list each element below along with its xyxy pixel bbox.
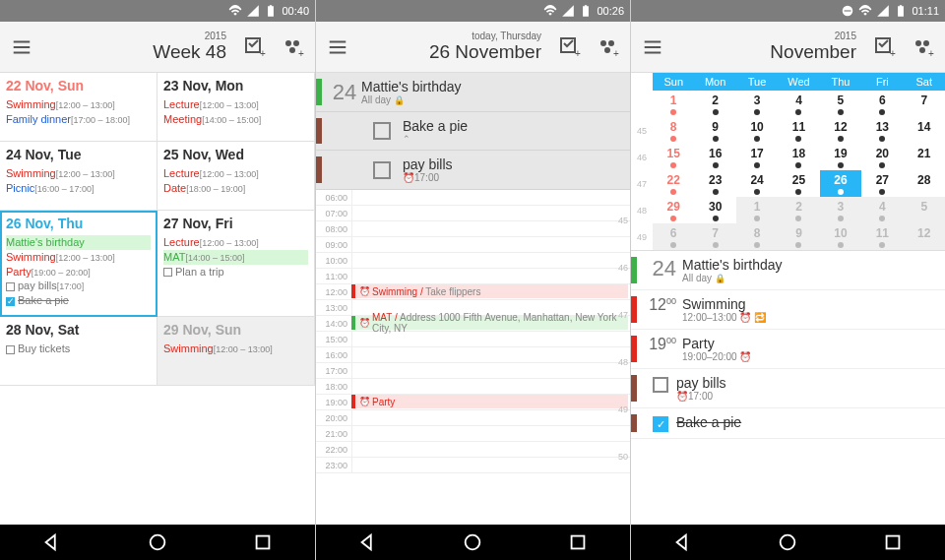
month-day-cell[interactable]: 12 [820,117,861,144]
hour-row[interactable]: 15:00 [316,332,630,347]
month-day-cell[interactable]: 12 [904,223,945,250]
month-day-cell[interactable]: 10 [820,223,861,250]
month-day-cell[interactable]: 29 [653,197,694,223]
month-day-cell[interactable]: 4 [778,91,819,117]
event-item[interactable]: Family dinner[17:00 – 18:00] [6,112,151,127]
month-day-cell[interactable]: 2 [778,197,819,223]
timed-event[interactable]: ⏰Swimming / Take flippers [351,284,628,298]
month-day-cell[interactable]: 21 [904,144,945,170]
week-day-cell[interactable]: 22 Nov, SunSwimming[12:00 – 13:00]Family… [0,73,158,142]
month-day-cell[interactable]: 20 [861,144,903,170]
menu-icon[interactable] [8,33,35,61]
event-item[interactable]: pay bills[17:00] [6,279,151,293]
allday-event[interactable]: 24 Mattie's birthday All day 🔒 [316,73,630,112]
event-item[interactable]: Swimming[12:00 – 13:00] [6,250,151,265]
agenda-task[interactable]: ✓Bake a pie [631,408,945,439]
event-item[interactable]: Swimming[12:00 – 13:00] [6,97,151,112]
hour-row[interactable]: 17:00 [316,363,630,379]
event-item[interactable]: MAT[14:00 – 15:00] [163,250,308,265]
task-row[interactable]: Bake a pie⌃ [316,112,630,151]
month-day-cell[interactable]: 16 [694,144,735,170]
event-item[interactable]: Party[19:00 – 20:00] [6,265,151,280]
event-item[interactable]: Swimming[12:00 – 13:00] [163,342,308,356]
month-day-cell[interactable]: 2 [694,91,735,117]
checkbox-icon[interactable] [6,282,15,291]
agenda-event[interactable]: 1900Party19:00–20:00 ⏰ [631,330,945,369]
month-day-cell[interactable]: 3 [820,197,861,223]
nav-back-icon[interactable] [357,531,379,553]
month-day-cell[interactable]: 13 [861,117,903,144]
month-day-cell[interactable]: 8 [653,117,694,144]
month-day-cell[interactable]: 19 [820,144,861,170]
hour-row[interactable]: 07:00 [316,206,630,221]
month-day-cell[interactable]: 7 [694,223,735,250]
nav-home-icon[interactable] [462,531,483,553]
checkbox-icon[interactable] [6,345,15,354]
checkbox-icon[interactable]: ✓ [653,416,668,432]
month-day-cell[interactable]: 9 [778,223,819,250]
nav-back-icon[interactable] [41,531,63,553]
month-day-cell[interactable]: 27 [861,170,903,197]
hour-row[interactable]: 11:00 [316,269,630,284]
hour-row[interactable]: 23:00 [316,458,630,473]
nav-home-icon[interactable] [777,531,798,553]
checkbox-icon[interactable] [163,268,172,277]
event-item[interactable]: Mattie's birthday [6,235,151,250]
hour-row[interactable]: 10:00 [316,253,630,269]
hour-row[interactable]: 09:00 [316,237,630,253]
month-day-cell[interactable]: 5 [820,91,861,117]
month-day-cell[interactable]: 30 [694,197,735,223]
nav-home-icon[interactable] [147,531,168,553]
checkbox-icon[interactable] [6,297,15,306]
week-day-cell[interactable]: 29 Nov, SunSwimming[12:00 – 13:00] [158,317,315,386]
checkbox-icon[interactable] [373,122,391,140]
month-day-cell[interactable]: 6 [653,223,694,250]
month-day-cell[interactable]: 5 [904,197,945,223]
task-row[interactable]: pay bills⏰17:00 [316,151,630,190]
hour-row[interactable]: 08:00 [316,221,630,237]
month-day-cell[interactable]: 1 [736,197,778,223]
month-day-cell[interactable]: 14 [904,117,945,144]
month-day-cell[interactable]: 6 [861,91,903,117]
share-icon[interactable]: + [593,32,622,62]
month-day-cell[interactable]: 11 [778,117,819,144]
event-item[interactable]: Picnic[16:00 – 17:00] [6,181,151,196]
hour-row[interactable]: 22:00 [316,442,630,458]
event-item[interactable]: Date[18:00 – 19:00] [163,181,308,196]
month-day-cell[interactable]: 22 [653,170,694,197]
event-item[interactable]: Plan a trip [163,265,308,280]
month-day-cell[interactable]: 8 [736,223,778,250]
nav-recent-icon[interactable] [882,531,904,553]
month-day-cell[interactable]: 4 [861,197,903,223]
week-day-cell[interactable]: 23 Nov, MonLecture[12:00 – 13:00]Meeting… [158,73,315,142]
event-item[interactable]: Swimming[12:00 – 13:00] [6,166,151,181]
new-event-icon[interactable]: + [240,32,270,62]
toolbar-title[interactable]: 2015 November [674,31,862,63]
week-day-cell[interactable]: 26 Nov, ThuMattie's birthdaySwimming[12:… [0,211,158,317]
menu-icon[interactable] [324,33,351,61]
month-day-cell[interactable]: 11 [861,223,903,250]
hour-row[interactable]: 18:00 [316,379,630,395]
toolbar-title[interactable]: 2015 Week 48 [43,31,232,63]
month-day-cell[interactable]: 25 [778,170,819,197]
hour-row[interactable]: 16:00 [316,347,630,363]
event-item[interactable]: Meeting[14:00 – 15:00] [163,112,308,127]
month-day-cell[interactable]: 28 [904,170,945,197]
menu-icon[interactable] [639,33,666,61]
new-event-icon[interactable]: + [555,32,585,62]
month-day-cell[interactable]: 23 [694,170,735,197]
month-day-cell[interactable]: 15 [653,144,694,170]
agenda-allday[interactable]: 24Mattie's birthdayAll day 🔒 [631,251,945,290]
hour-row[interactable]: 20:00 [316,410,630,426]
month-day-cell[interactable]: 7 [904,91,945,117]
nav-back-icon[interactable] [672,531,694,553]
week-day-cell[interactable]: 28 Nov, SatBuy tickets [0,317,158,386]
month-day-cell[interactable]: 10 [736,117,778,144]
event-item[interactable]: Lecture[12:00 – 13:00] [163,235,308,250]
new-event-icon[interactable]: + [870,32,900,62]
week-day-cell[interactable]: 27 Nov, FriLecture[12:00 – 13:00]MAT[14:… [158,211,315,317]
event-item[interactable]: Lecture[12:00 – 13:00] [163,166,308,181]
timed-event[interactable]: ⏰MAT / Address 1000 Fifth Avenue, Manhat… [351,316,628,330]
month-day-cell[interactable]: 3 [736,91,778,117]
toolbar-title[interactable]: today, Thursday 26 November [359,31,547,63]
